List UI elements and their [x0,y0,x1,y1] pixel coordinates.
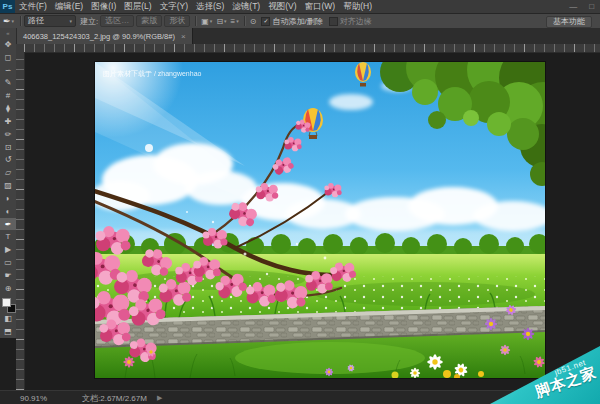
horizontal-ruler[interactable] [24,44,600,53]
make-mask-button[interactable]: 蒙版 [136,15,162,27]
menu-help[interactable]: 帮助(H) [339,0,376,13]
document-sizes: 文档:2.67M/2.67M [82,393,147,404]
make-label: 建立: [80,16,98,27]
tool-pen[interactable]: ✒ [0,218,16,231]
tool-zoom[interactable]: ⊕ [0,282,16,295]
open-document-image[interactable]: 图片素材下载于 / zhangwenhao [95,62,545,378]
menu-file[interactable]: 文件(F) [15,0,51,13]
tool-type[interactable]: T [0,230,16,243]
tool-brush[interactable]: ✏ [0,128,16,141]
path-alignment-dropdown[interactable]: ⊟ ▾ [214,17,228,26]
foreground-color-swatch[interactable] [2,298,11,307]
path-operations-dropdown[interactable]: ▣ ▾ [199,17,214,26]
chevron-down-icon: ▾ [12,18,15,24]
auto-add-delete-checkbox[interactable]: ✓ 自动添加/删除 [261,16,322,27]
divider [244,16,245,26]
menu-bar: Ps 文件(F) 编辑(E) 图像(I) 图层(L) 文字(Y) 选择(S) 滤… [0,0,600,14]
tool-eraser[interactable]: ▱ [0,166,16,179]
tool-clone-stamp[interactable]: ⊡ [0,141,16,154]
tool-crop[interactable]: # [0,89,16,102]
make-selection-button[interactable]: 选区… [100,15,134,27]
divider [20,16,21,26]
chevron-down-icon: ▾ [236,18,239,24]
menu-image[interactable]: 图像(I) [87,0,120,13]
quick-mask-button[interactable]: ◧ [0,312,16,325]
tools-panel: « ✥ ◻ ∽ ✎ # ⧫ ✚ ✏ ⊡ ↺ ▱ ▨ ◗ ◐ ✒ T ▶ ▭ ☛ … [0,28,17,338]
collapse-panel-icon[interactable]: « [6,28,9,38]
pen-options-gear-icon[interactable]: ⊙ [248,17,259,26]
chevron-down-icon: ▾ [210,18,213,24]
align-edges-checkbox[interactable]: 对齐边缘 [329,16,372,27]
tool-gradient[interactable]: ▨ [0,179,16,192]
tool-hand[interactable]: ☛ [0,269,16,282]
menu-edit[interactable]: 编辑(E) [51,0,87,13]
tool-options-bar: ✒ ▾ 路径 ▾ 建立: 选区… 蒙版 形状 ▣ ▾ ⊟ ▾ ≡ ▾ ⊙ ✓ 自… [0,14,600,29]
tool-path-selection[interactable]: ▶ [0,243,16,256]
path-arrangement-icon: ≡ [231,17,236,26]
tool-eyedropper[interactable]: ⧫ [0,102,16,115]
path-arrangement-dropdown[interactable]: ≡ ▾ [229,17,241,26]
tool-shape[interactable]: ▭ [0,256,16,269]
path-alignment-icon: ⊟ [216,17,223,26]
status-options-arrow-icon[interactable]: ▶ [157,394,162,402]
make-shape-button[interactable]: 形状 [164,15,190,27]
document-tab-bar: 406638_125424303_2.jpg @ 90.9%(RGB/8#) × [16,28,600,44]
auto-add-delete-label: 自动添加/删除 [272,16,322,27]
tool-lasso[interactable]: ∽ [0,64,16,77]
menu-filter[interactable]: 滤镜(T) [228,0,264,13]
menu-type[interactable]: 文字(Y) [156,0,192,13]
color-swatches[interactable] [0,297,16,313]
menu-view[interactable]: 视图(V) [264,0,300,13]
workspace-switcher[interactable]: 基本功能 [546,16,592,28]
tool-mode-dropdown[interactable]: 路径 ▾ [24,15,76,27]
screen-mode-button[interactable]: ⬒ [0,325,16,338]
document-tab[interactable]: 406638_125424303_2.jpg @ 90.9%(RGB/8#) × [17,28,193,44]
align-edges-label: 对齐边缘 [340,16,372,27]
path-operations-icon: ▣ [201,17,209,26]
close-icon[interactable]: × [181,32,186,41]
tool-marquee[interactable]: ◻ [0,51,16,64]
tool-dodge[interactable]: ◐ [0,205,16,218]
tool-mode-value: 路径 [28,16,44,26]
zoom-level-field[interactable]: 90.91% [20,394,54,403]
tool-history-brush[interactable]: ↺ [0,153,16,166]
pen-tool-icon: ✒ [3,16,11,26]
tool-move[interactable]: ✥ [0,38,16,51]
vertical-ruler[interactable] [16,52,25,390]
menu-window[interactable]: 窗口(W) [301,0,340,13]
divider [195,16,196,26]
tool-quick-selection[interactable]: ✎ [0,76,16,89]
menu-select[interactable]: 选择(S) [192,0,228,13]
checkbox-unchecked-icon [329,17,338,26]
restore-button[interactable]: □ [589,0,594,13]
menu-layer[interactable]: 图层(L) [120,0,155,13]
chevron-down-icon: ▾ [224,18,227,24]
minimize-button[interactable]: — [569,0,577,13]
tool-blur[interactable]: ◗ [0,192,16,205]
photoshop-logo: Ps [0,0,15,13]
tool-healing-brush[interactable]: ✚ [0,115,16,128]
document-title: 406638_125424303_2.jpg @ 90.9%(RGB/8#) [23,32,175,41]
photo-watermark: 图片素材下载于 / zhangwenhao [103,70,202,78]
tool-preset-picker[interactable]: ✒ ▾ [0,16,17,26]
chevron-down-icon: ▾ [70,16,73,26]
checkbox-checked-icon: ✓ [261,17,270,26]
